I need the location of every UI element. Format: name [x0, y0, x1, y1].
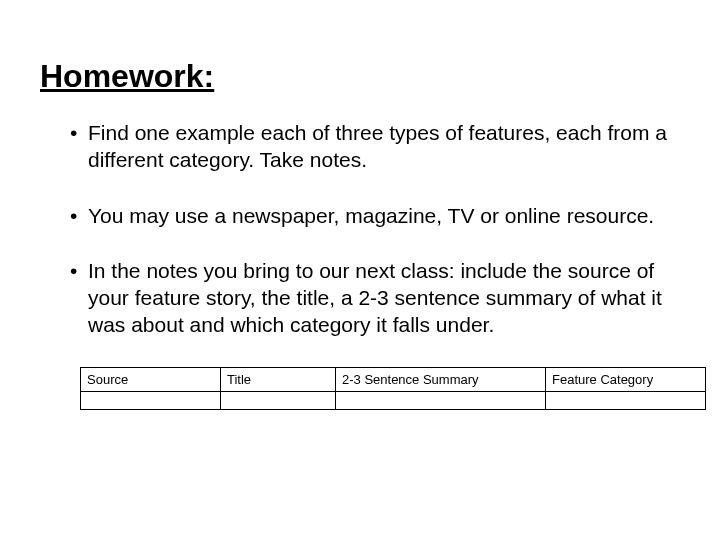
- cell-title: [221, 391, 336, 409]
- bullet-list: Find one example each of three types of …: [40, 119, 680, 339]
- table-row: [81, 391, 706, 409]
- bullet-item: In the notes you bring to our next class…: [70, 257, 680, 339]
- th-source: Source: [81, 367, 221, 391]
- homework-table: Source Title 2-3 Sentence Summary Featur…: [80, 367, 706, 410]
- th-summary: 2-3 Sentence Summary: [336, 367, 546, 391]
- th-title: Title: [221, 367, 336, 391]
- cell-category: [546, 391, 706, 409]
- bullet-item: You may use a newspaper, magazine, TV or…: [70, 202, 680, 229]
- slide: Homework: Find one example each of three…: [0, 0, 720, 540]
- page-title: Homework:: [40, 58, 680, 95]
- cell-source: [81, 391, 221, 409]
- bullet-item: Find one example each of three types of …: [70, 119, 680, 174]
- th-category: Feature Category: [546, 367, 706, 391]
- table-header-row: Source Title 2-3 Sentence Summary Featur…: [81, 367, 706, 391]
- cell-summary: [336, 391, 546, 409]
